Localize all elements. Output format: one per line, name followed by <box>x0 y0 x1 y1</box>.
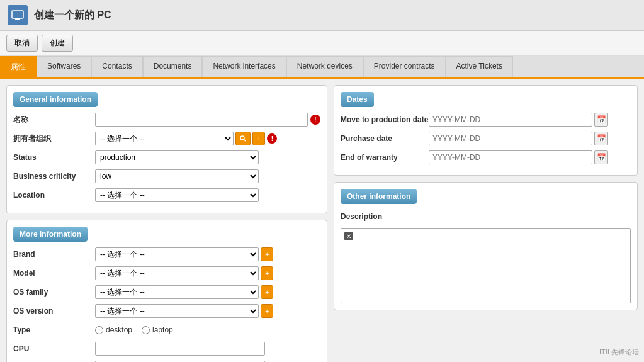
move-prod-row: Move to production date 📅 <box>341 112 631 127</box>
cpu-row: CPU <box>13 341 320 356</box>
location-label: Location <box>13 191 95 200</box>
warranty-label: End of warranty <box>341 153 429 162</box>
name-error-icon: ! <box>310 115 320 125</box>
tab-active-tickets[interactable]: Active Tickets <box>446 56 513 77</box>
status-row: Status productionstockdecommissioned <box>13 150 320 165</box>
create-button[interactable]: 创建 <box>42 35 73 52</box>
status-select[interactable]: productionstockdecommissioned <box>95 150 259 164</box>
warranty-input[interactable] <box>429 150 592 164</box>
other-info-section: Other information Description ✕ <box>334 182 638 310</box>
tab-network-devices[interactable]: Network devices <box>286 56 363 77</box>
warranty-row: End of warranty 📅 <box>341 150 631 165</box>
status-label: Status <box>13 153 95 162</box>
tab-provider-contracts[interactable]: Provider contracts <box>363 56 446 77</box>
brand-label: Brand <box>13 250 95 259</box>
app-icon <box>8 5 28 25</box>
os-version-label: OS version <box>13 307 95 315</box>
purchase-calendar-button[interactable]: 📅 <box>594 132 608 145</box>
desc-label: Description <box>341 212 422 221</box>
type-desktop-option: desktop <box>95 325 132 334</box>
move-prod-input[interactable] <box>429 113 592 127</box>
location-row: Location -- 选择一个 -- <box>13 188 320 203</box>
tab-network-interfaces[interactable]: Network interfaces <box>202 56 286 77</box>
org-label: 拥有者组织 <box>13 133 95 144</box>
org-row: 拥有者组织 -- 选择一个 -- + ! <box>13 131 320 146</box>
tab-properties[interactable]: 属性 <box>0 56 37 77</box>
type-laptop-option: laptop <box>142 325 173 334</box>
move-prod-calendar-button[interactable]: 📅 <box>594 113 608 127</box>
desc-close-button[interactable]: ✕ <box>344 232 353 240</box>
os-family-label: OS family <box>13 288 95 297</box>
svg-line-4 <box>244 140 246 142</box>
type-desktop-radio[interactable] <box>95 326 103 334</box>
type-label: Type <box>13 325 95 334</box>
org-search-button[interactable] <box>235 132 251 145</box>
name-row: 名称 ! <box>13 112 320 127</box>
brand-row: Brand -- 选择一个 -- + <box>13 247 320 262</box>
business-select[interactable]: lowmediumhigh <box>95 169 259 183</box>
watermark: ITIL先锋论坛 <box>599 348 639 357</box>
cpu-label: CPU <box>13 344 95 353</box>
purchase-label: Purchase date <box>341 134 429 143</box>
svg-rect-2 <box>14 20 21 20</box>
svg-point-3 <box>240 136 244 140</box>
purchase-row: Purchase date 📅 <box>341 131 631 146</box>
org-error-icon: ! <box>267 133 277 144</box>
model-label: Model <box>13 269 95 278</box>
os-version-add-button[interactable]: + <box>261 304 273 318</box>
name-label: 名称 <box>13 115 95 125</box>
os-version-row: OS version -- 选择一个 -- + <box>13 303 320 319</box>
type-laptop-radio[interactable] <box>142 326 150 334</box>
type-radio-group: desktop laptop <box>95 325 173 334</box>
tab-documents[interactable]: Documents <box>143 56 203 77</box>
business-label: Business criticity <box>13 172 95 181</box>
tab-softwares[interactable]: Softwares <box>37 56 91 77</box>
os-family-row: OS family -- 选择一个 -- + <box>13 285 320 300</box>
more-info-section: More information Brand -- 选择一个 -- + Mode… <box>6 220 327 362</box>
type-laptop-label: laptop <box>152 325 173 334</box>
org-select[interactable]: -- 选择一个 -- <box>95 132 234 145</box>
os-family-select[interactable]: -- 选择一个 -- <box>95 285 259 299</box>
type-row: Type desktop laptop <box>13 322 320 337</box>
description-box: ✕ <box>341 228 631 303</box>
tab-contacts[interactable]: Contacts <box>91 56 142 77</box>
org-add-button[interactable]: + <box>252 132 265 145</box>
toolbar: 取消 创建 <box>0 31 644 56</box>
svg-rect-0 <box>12 11 23 18</box>
title-bar: 创建一个新的 PC <box>0 0 644 31</box>
right-panel: Dates Move to production date 📅 Purchase… <box>327 85 638 359</box>
other-info-header: Other information <box>341 189 417 204</box>
dates-header: Dates <box>341 92 374 107</box>
model-row: Model -- 选择一个 -- + <box>13 266 320 281</box>
model-select[interactable]: -- 选择一个 -- <box>95 266 259 280</box>
desc-row: Description <box>341 209 631 224</box>
brand-add-button[interactable]: + <box>261 247 273 261</box>
purchase-input[interactable] <box>429 132 592 145</box>
svg-rect-1 <box>15 18 20 20</box>
more-info-header: More information <box>13 227 88 242</box>
main-content: General information 名称 ! 拥有者组织 -- 选择一个 -… <box>0 79 644 362</box>
tab-bar: 属性SoftwaresContactsDocumentsNetwork inte… <box>0 56 644 79</box>
general-info-header: General information <box>13 92 98 107</box>
os-family-add-button[interactable]: + <box>261 285 273 299</box>
cpu-input[interactable] <box>95 342 265 356</box>
type-desktop-label: desktop <box>106 325 132 334</box>
dates-section: Dates Move to production date 📅 Purchase… <box>334 85 638 176</box>
cancel-button[interactable]: 取消 <box>6 35 38 52</box>
warranty-calendar-button[interactable]: 📅 <box>594 150 608 164</box>
os-version-select[interactable]: -- 选择一个 -- <box>95 304 259 318</box>
name-input[interactable] <box>95 113 308 127</box>
left-panel: General information 名称 ! 拥有者组织 -- 选择一个 -… <box>6 85 327 359</box>
business-row: Business criticity lowmediumhigh <box>13 169 320 184</box>
brand-select[interactable]: -- 选择一个 -- <box>95 247 259 261</box>
page-title: 创建一个新的 PC <box>34 9 111 22</box>
model-add-button[interactable]: + <box>261 266 273 280</box>
location-select[interactable]: -- 选择一个 -- <box>95 188 259 202</box>
general-info-section: General information 名称 ! 拥有者组织 -- 选择一个 -… <box>6 85 327 213</box>
move-prod-label: Move to production date <box>341 115 429 124</box>
